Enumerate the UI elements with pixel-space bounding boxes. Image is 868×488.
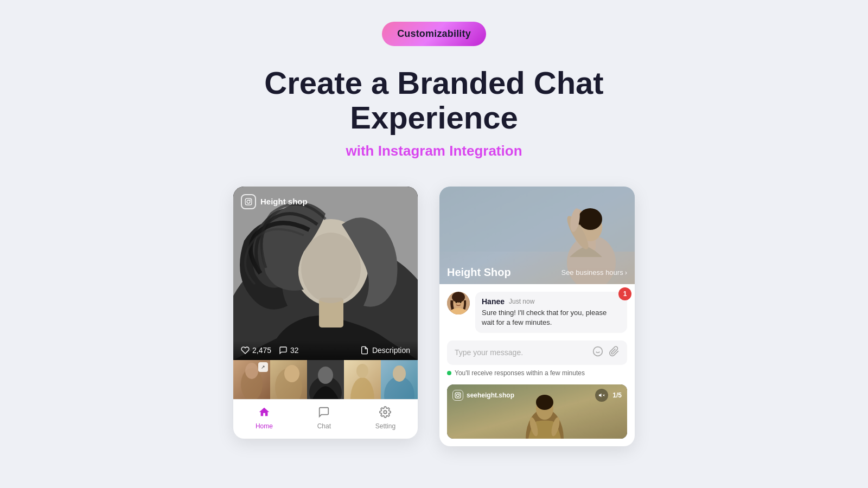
thumbnail-1[interactable]: ↗ xyxy=(233,360,270,399)
instagram-story-card[interactable]: seeheight.shop 1/5 xyxy=(447,384,627,439)
svg-marker-54 xyxy=(599,393,602,397)
see-hours-text: See business hours xyxy=(561,268,623,277)
description-label: Description xyxy=(360,346,410,355)
post-stats-bar: 2,475 32 Descr xyxy=(233,341,418,360)
likes-count: 2,475 xyxy=(252,346,271,355)
post-stats: 2,475 32 xyxy=(241,346,299,355)
story-instagram-icon xyxy=(452,390,463,401)
svg-rect-5 xyxy=(245,198,252,205)
nav-chat-label: Chat xyxy=(317,422,331,430)
svg-point-13 xyxy=(284,365,299,382)
story-brand-info: seeheight.shop xyxy=(452,390,514,401)
instagram-profile-card: Height shop 2,475 xyxy=(233,187,418,439)
bottom-navigation: Home Chat Setting xyxy=(233,399,418,439)
chat-message-row: Hanee Just now Sure thing! I'll check th… xyxy=(447,292,627,333)
input-action-icons xyxy=(592,346,620,359)
agent-avatar xyxy=(447,292,470,314)
attachment-icon[interactable] xyxy=(609,346,620,359)
profile-image-container: Height shop 2,475 xyxy=(233,187,418,360)
chat-widget-card: Height Shop See business hours › xyxy=(439,187,635,446)
settings-icon xyxy=(379,406,391,421)
comments-stat: 32 xyxy=(279,346,299,355)
home-icon xyxy=(258,406,270,421)
agent-name: Hanee xyxy=(482,297,505,306)
story-top-bar: seeheight.shop 1/5 xyxy=(452,389,622,402)
likes-stat: 2,475 xyxy=(241,346,271,355)
thumbnail-2[interactable] xyxy=(270,360,307,399)
see-hours-link[interactable]: See business hours › xyxy=(561,268,627,277)
chevron-right-icon: › xyxy=(625,268,627,277)
svg-point-37 xyxy=(452,292,465,303)
cards-container: Height shop 2,475 xyxy=(136,187,732,446)
svg-point-52 xyxy=(457,394,459,396)
unread-badge: 1 xyxy=(618,287,631,300)
input-placeholder-text: Type your message. xyxy=(455,348,523,357)
nav-home[interactable]: Home xyxy=(256,406,273,430)
shop-name-text: Height Shop xyxy=(447,266,511,279)
thumb-1-badge: ↗ xyxy=(258,362,268,372)
nav-setting-label: Setting xyxy=(375,422,395,430)
svg-point-41 xyxy=(593,347,603,356)
chat-icon xyxy=(318,406,330,421)
nav-chat[interactable]: Chat xyxy=(317,406,331,430)
svg-rect-51 xyxy=(455,393,461,398)
emoji-icon[interactable] xyxy=(592,346,603,359)
svg-point-23 xyxy=(384,410,387,414)
thumbnail-row: ↗ xyxy=(233,360,418,399)
svg-point-6 xyxy=(247,200,250,203)
svg-point-39 xyxy=(456,301,457,303)
story-counter: 1/5 xyxy=(612,391,622,399)
svg-point-16 xyxy=(318,367,333,384)
svg-point-53 xyxy=(459,394,459,394)
description-text: Description xyxy=(372,346,410,355)
feature-badge: Customizability xyxy=(382,22,486,46)
chat-body: Hanee Just now Sure thing! I'll check th… xyxy=(439,284,635,446)
svg-point-7 xyxy=(250,200,251,201)
shop-name-overlay: Height shop xyxy=(260,197,308,206)
profile-photo xyxy=(233,187,418,360)
thumbnail-3[interactable] xyxy=(307,360,344,399)
message-input-bar[interactable]: Type your message. xyxy=(447,341,627,365)
nav-setting[interactable]: Setting xyxy=(375,406,395,430)
mute-button[interactable] xyxy=(595,389,608,402)
message-text: Sure thing! I'll check that for you, ple… xyxy=(482,308,621,328)
shop-banner: Height Shop See business hours › xyxy=(439,187,635,284)
svg-point-4 xyxy=(301,233,361,303)
online-indicator xyxy=(447,371,451,375)
svg-point-22 xyxy=(393,365,406,382)
instagram-icon xyxy=(241,194,256,209)
message-time: Just now xyxy=(509,298,534,305)
svg-point-10 xyxy=(245,363,258,379)
comments-count: 32 xyxy=(290,346,299,355)
instagram-brand-bar: Height shop xyxy=(241,194,308,209)
svg-point-40 xyxy=(460,301,462,303)
message-header: Hanee Just now xyxy=(482,297,621,306)
thumbnail-4[interactable] xyxy=(344,360,381,399)
story-handle: seeheight.shop xyxy=(467,391,514,399)
response-hint-text: You'll receive responses within a few mi… xyxy=(455,369,585,377)
story-controls: 1/5 xyxy=(595,389,622,402)
thumbnail-5[interactable] xyxy=(381,360,418,399)
message-bubble: Hanee Just now Sure thing! I'll check th… xyxy=(475,292,627,333)
response-hint: You'll receive responses within a few mi… xyxy=(447,369,627,377)
svg-point-19 xyxy=(356,364,368,378)
shop-name-bar: Height Shop See business hours › xyxy=(447,266,627,279)
nav-home-label: Home xyxy=(256,422,273,430)
page-title: Create a Branded Chat Experience xyxy=(190,66,678,135)
page-subtitle: with Instagram Integration xyxy=(346,143,522,159)
